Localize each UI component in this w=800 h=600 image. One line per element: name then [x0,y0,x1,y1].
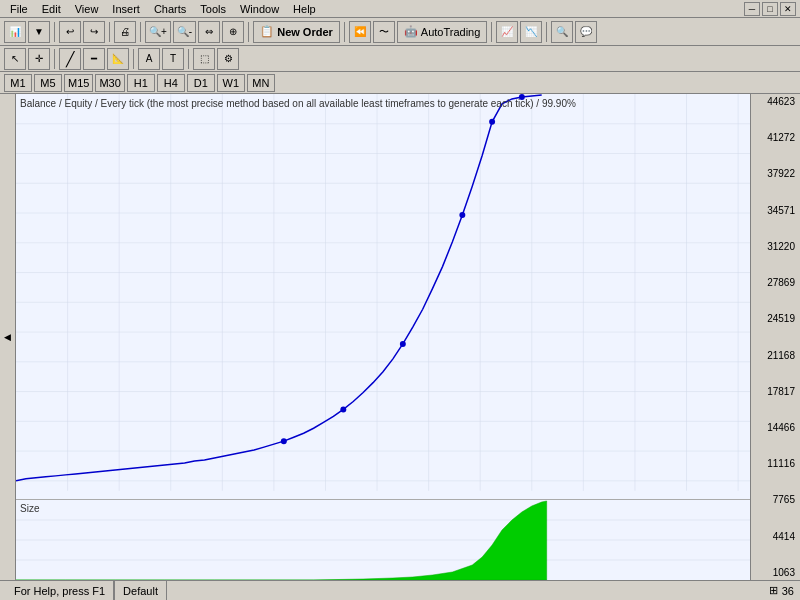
draw-sep-2 [133,49,134,69]
undo-button[interactable]: ↩ [59,21,81,43]
zoom-value: 36 [782,585,794,597]
separator-1 [54,22,55,42]
chart-container: Balance / Equity / Every tick (the most … [16,94,750,580]
menu-tools[interactable]: Tools [194,2,232,16]
menu-charts[interactable]: Charts [148,2,192,16]
minimize-button[interactable]: ─ [744,2,760,16]
menu-help[interactable]: Help [287,2,322,16]
crosshair-tool[interactable]: ✛ [28,48,50,70]
tf-m30[interactable]: M30 [95,74,124,92]
zoom-out-button[interactable]: 🔍- [173,21,196,43]
new-order-icon: 📋 [260,25,274,38]
y-label-13: 1063 [753,567,798,578]
y-label-5: 27869 [753,277,798,288]
collapse-icon[interactable]: ◀ [4,332,11,342]
tf-h4[interactable]: H4 [157,74,185,92]
close-button[interactable]: ✕ [780,2,796,16]
zoom-icon: ⊞ [769,584,778,597]
menu-insert[interactable]: Insert [106,2,146,16]
zoom-in-button[interactable]: 🔍+ [145,21,171,43]
y-label-11: 7765 [753,494,798,505]
separator-6 [491,22,492,42]
new-chart-button[interactable]: 📊 [4,21,26,43]
y-label-4: 31220 [753,241,798,252]
profiles-button[interactable]: ▼ [28,21,50,43]
left-panel: ◀ [0,94,16,580]
equity-line [16,95,542,481]
text-tool[interactable]: A [138,48,160,70]
new-order-button[interactable]: 📋 New Order [253,21,340,43]
tf-h1[interactable]: H1 [127,74,155,92]
tf-w1[interactable]: W1 [217,74,245,92]
separator-3 [140,22,141,42]
menu-bar: File Edit View Insert Charts Tools Windo… [0,0,800,18]
size-label: Size [20,503,39,514]
y-label-10: 11116 [753,458,798,469]
y-label-6: 24519 [753,313,798,324]
menu-view[interactable]: View [69,2,105,16]
status-bar: For Help, press F1 Default ⊞ 36 [0,580,800,600]
chart-dot-4 [459,212,465,218]
print-button[interactable]: 🖨 [114,21,136,43]
crosshair-button[interactable]: ⊕ [222,21,244,43]
maximize-button[interactable]: □ [762,2,778,16]
chat-button[interactable]: 💬 [575,21,597,43]
properties-tool[interactable]: ⚙ [217,48,239,70]
profile-status: Default [114,581,167,600]
y-label-7: 21168 [753,350,798,361]
indicators-button[interactable]: 📉 [520,21,542,43]
zoom-rect-tool[interactable]: ⬚ [193,48,215,70]
draw-sep-3 [188,49,189,69]
separator-2 [109,22,110,42]
menu-edit[interactable]: Edit [36,2,67,16]
line-tool[interactable]: ╱ [59,48,81,70]
timeframe-toolbar: M1 M5 M15 M30 H1 H4 D1 W1 MN [0,72,800,94]
chart-dot-1 [281,438,287,444]
hline-tool[interactable]: ━ [83,48,105,70]
tf-d1[interactable]: D1 [187,74,215,92]
y-axis: 44623 41272 37922 34571 31220 27869 2451… [750,94,800,580]
separator-7 [546,22,547,42]
tf-mn[interactable]: MN [247,74,275,92]
y-label-12: 4414 [753,531,798,542]
chart-dot-3 [400,341,406,347]
y-label-2: 37922 [753,168,798,179]
new-order-label: New Order [277,26,333,38]
cursor-tool[interactable]: ↖ [4,48,26,70]
menu-file[interactable]: File [4,2,34,16]
y-label-9: 14466 [753,422,798,433]
chart-svg [16,94,750,491]
history-btn[interactable]: ⏪ [349,21,371,43]
y-label-3: 34571 [753,205,798,216]
help-text: For Help, press F1 [14,585,105,597]
tf-m1[interactable]: M1 [4,74,32,92]
separator-4 [248,22,249,42]
help-status: For Help, press F1 [6,581,114,600]
main-chart[interactable]: Balance / Equity / Every tick (the most … [16,94,750,500]
drawing-toolbar: ↖ ✛ ╱ ━ 📐 A T ⬚ ⚙ [0,46,800,72]
tf-m15[interactable]: M15 [64,74,93,92]
y-label-8: 17817 [753,386,798,397]
measure-tool[interactable]: T [162,48,184,70]
menu-window[interactable]: Window [234,2,285,16]
wave-btn[interactable]: 〜 [373,21,395,43]
window-controls: ─ □ ✕ [744,2,796,16]
chart-scroll-button[interactable]: ⇔ [198,21,220,43]
draw-sep-1 [54,49,55,69]
profile-text: Default [123,585,158,597]
chart-info-label: Balance / Equity / Every tick (the most … [20,98,576,109]
chart-dot-5 [489,119,495,125]
draw-tools-dropdown[interactable]: 📐 [107,48,129,70]
search-button[interactable]: 🔍 [551,21,573,43]
tf-m5[interactable]: M5 [34,74,62,92]
main-toolbar: 📊 ▼ ↩ ↪ 🖨 🔍+ 🔍- ⇔ ⊕ 📋 New Order ⏪ 〜 🤖 Au… [0,18,800,46]
size-svg [16,500,750,580]
autotrading-icon: 🤖 [404,25,418,38]
size-area [16,501,547,580]
redo-button[interactable]: ↪ [83,21,105,43]
autotrading-button[interactable]: 🤖 AutoTrading [397,21,488,43]
status-right: ⊞ 36 [769,584,794,597]
size-chart: Size [16,500,750,580]
y-label-1: 41272 [753,132,798,143]
chart-type-button[interactable]: 📈 [496,21,518,43]
